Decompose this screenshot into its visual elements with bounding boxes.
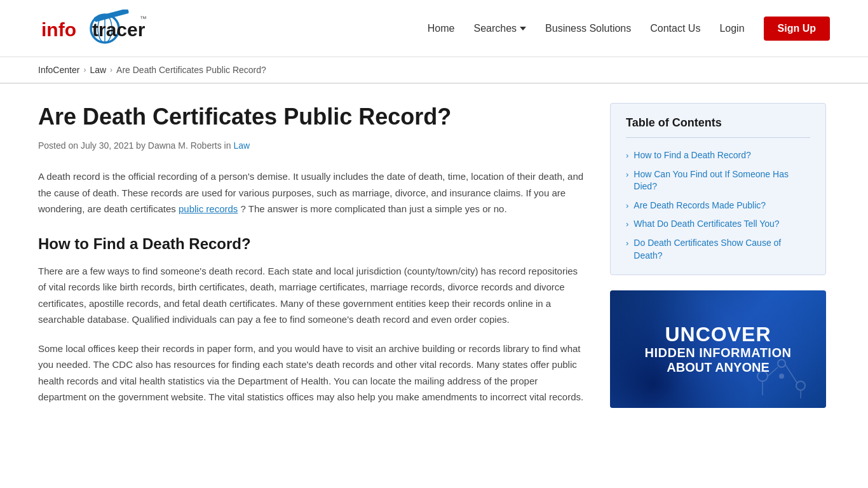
toc-chevron-4: ›: [626, 219, 628, 229]
nav-home[interactable]: Home: [428, 23, 455, 34]
toc-chevron-5: ›: [626, 238, 628, 248]
public-records-link[interactable]: public records: [179, 203, 238, 214]
main-nav: Home Searches Business Solutions Contact…: [428, 17, 830, 41]
section1-heading: How to Find a Death Record?: [38, 235, 585, 253]
svg-text:tracer: tracer: [92, 19, 146, 40]
toc-chevron-2: ›: [626, 170, 628, 179]
toc-title: Table of Contents: [626, 116, 810, 138]
toc-item-3: › Are Death Records Made Public?: [626, 200, 810, 212]
article-title: Are Death Certificates Public Record?: [38, 103, 585, 130]
nav-business-solutions[interactable]: Business Solutions: [545, 23, 631, 34]
nav-login[interactable]: Login: [719, 23, 744, 34]
toc-item-4: › What Do Death Certificates Tell You?: [626, 218, 810, 231]
nav-signup[interactable]: Sign Up: [764, 17, 830, 41]
section1-para1: There are a few ways to find someone's d…: [38, 263, 585, 328]
toc-link-4[interactable]: What Do Death Certificates Tell You?: [634, 218, 779, 231]
article-intro: A death record is the official recording…: [38, 168, 585, 217]
page-body: Are Death Certificates Public Record? Po…: [0, 84, 868, 437]
article-category-link[interactable]: Law: [233, 140, 250, 151]
svg-point-9: [796, 381, 805, 390]
toc-chevron-1: ›: [626, 151, 628, 160]
breadcrumb: InfoCenter › Law › Are Death Certificate…: [0, 57, 868, 84]
article-meta: Posted on July 30, 2021 by Dawna M. Robe…: [38, 140, 585, 151]
site-header: info tracer ™ Home Searches Business Sol…: [0, 0, 868, 57]
toc-link-5[interactable]: Do Death Certificates Show Cause of Deat…: [634, 237, 810, 262]
toc-link-3[interactable]: Are Death Records Made Public?: [634, 200, 766, 212]
breadcrumb-infocenter[interactable]: InfoCenter: [38, 65, 79, 75]
chevron-down-icon: [520, 27, 526, 30]
breadcrumb-current: Are Death Certificates Public Record?: [116, 65, 266, 75]
toc-link-2[interactable]: How Can You Find out If Someone Has Died…: [634, 168, 810, 193]
promo-about: ABOUT ANYONE: [645, 360, 792, 375]
toc-list: › How to Find a Death Record? › How Can …: [626, 149, 810, 262]
promo-hidden: HIDDEN INFORMATION: [645, 346, 792, 360]
svg-text:info: info: [41, 19, 76, 40]
svg-text:™: ™: [140, 15, 147, 22]
logo[interactable]: info tracer ™: [38, 10, 165, 48]
breadcrumb-sep-1: ›: [83, 65, 86, 74]
toc-chevron-3: ›: [626, 201, 628, 210]
toc-link-1[interactable]: How to Find a Death Record?: [634, 149, 750, 162]
nav-searches-label[interactable]: Searches: [473, 23, 517, 34]
sidebar: Table of Contents › How to Find a Death …: [610, 103, 826, 418]
article-main: Are Death Certificates Public Record? Po…: [38, 103, 585, 418]
section1-para2: Some local offices keep their records in…: [38, 341, 585, 405]
toc-item-2: › How Can You Find out If Someone Has Di…: [626, 168, 810, 193]
promo-banner[interactable]: UNCOVER HIDDEN INFORMATION ABOUT ANYONE: [610, 290, 826, 408]
breadcrumb-law[interactable]: Law: [90, 65, 106, 75]
nav-contact-us[interactable]: Contact Us: [650, 23, 700, 34]
promo-uncover: UNCOVER: [645, 323, 792, 346]
breadcrumb-sep-2: ›: [110, 65, 112, 74]
toc-box: Table of Contents › How to Find a Death …: [610, 103, 826, 275]
toc-item-1: › How to Find a Death Record?: [626, 149, 810, 162]
toc-item-5: › Do Death Certificates Show Cause of De…: [626, 237, 810, 262]
promo-text: UNCOVER HIDDEN INFORMATION ABOUT ANYONE: [645, 323, 792, 375]
nav-searches-dropdown[interactable]: Searches: [473, 23, 526, 34]
